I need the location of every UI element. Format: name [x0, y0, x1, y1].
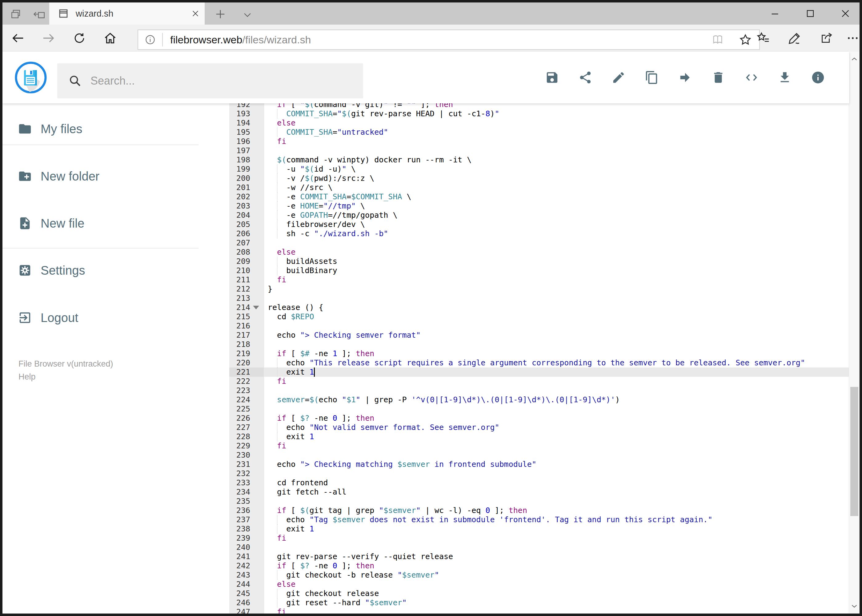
- edit-button[interactable]: [611, 71, 626, 85]
- scroll-down-icon[interactable]: [849, 600, 860, 612]
- code-line[interactable]: sh -c "./wizard.sh -b": [268, 229, 388, 238]
- code-line[interactable]: else: [268, 580, 295, 589]
- scroll-up-icon[interactable]: [849, 53, 860, 65]
- download-button[interactable]: [778, 71, 792, 85]
- code-line[interactable]: if [ "$(command -v git)" != "" ]; then: [268, 103, 453, 109]
- code-line[interactable]: buildBinary: [268, 266, 337, 275]
- code-line[interactable]: cd frontend: [268, 478, 328, 487]
- code-line[interactable]: else: [268, 248, 295, 257]
- sidebar-item-label: Settings: [41, 264, 85, 277]
- code-line[interactable]: semver=$(echo "$1" | grep -P '^v(0|[1-9]…: [268, 395, 620, 404]
- more-options-icon[interactable]: [840, 25, 862, 52]
- code-line[interactable]: fi: [268, 377, 286, 386]
- code-line[interactable]: exit 1: [268, 524, 314, 534]
- sidebar-item-settings[interactable]: Settings: [2, 256, 203, 284]
- code-line[interactable]: else: [268, 118, 295, 127]
- refresh-icon[interactable]: [64, 25, 95, 52]
- code-line[interactable]: release () {: [268, 303, 323, 312]
- code-line[interactable]: fi: [268, 534, 286, 543]
- code-line[interactable]: COMMIT_SHA="$(git rev-parse HEAD | cut -…: [268, 109, 500, 118]
- search-input[interactable]: [90, 74, 344, 88]
- code-line[interactable]: git reset --hard "$semver": [268, 598, 407, 607]
- minimize-button[interactable]: [758, 2, 792, 25]
- gutter-line-number: 232: [229, 469, 264, 478]
- sidebar-item-logout[interactable]: Logout: [2, 304, 203, 332]
- code-line[interactable]: $(command -v winpty) docker run --rm -it…: [268, 155, 471, 165]
- save-button[interactable]: [545, 71, 559, 85]
- code-line[interactable]: echo "Tag $semver does not exist in subm…: [268, 515, 712, 524]
- maximize-button[interactable]: [793, 2, 827, 25]
- code-line[interactable]: git checkout release: [268, 589, 379, 598]
- annotate-pen-icon[interactable]: [780, 25, 810, 52]
- new-tab-icon[interactable]: [212, 7, 229, 21]
- address-bar[interactable]: filebrowser.web/files/wizard.sh: [137, 30, 760, 50]
- gutter-line-number: 240: [229, 543, 264, 552]
- gutter-line-number: 213: [229, 294, 264, 303]
- sidebar-item-my-files[interactable]: My files: [2, 115, 203, 143]
- site-info-icon[interactable]: [138, 30, 162, 49]
- code-line[interactable]: cd $REPO: [268, 312, 314, 321]
- url-text[interactable]: filebrowser.web/files/wizard.sh: [170, 34, 704, 46]
- code-line[interactable]: git rev-parse --verify --quiet release: [268, 552, 453, 561]
- code-line[interactable]: COMMIT_SHA="untracked": [268, 127, 388, 137]
- code-line[interactable]: fi: [268, 137, 286, 146]
- code-line[interactable]: }: [268, 284, 273, 294]
- gutter-line-number: 236: [229, 506, 264, 515]
- home-icon[interactable]: [95, 25, 126, 52]
- sidebar-item-new-folder[interactable]: New folder: [2, 162, 203, 190]
- code-line[interactable]: filebrowser/dev \: [268, 220, 365, 229]
- page-scrollbar[interactable]: [849, 52, 860, 614]
- code-line[interactable]: exit 1: [268, 432, 314, 441]
- browser-tab[interactable]: wizard.sh: [49, 2, 205, 25]
- code-line[interactable]: fi: [268, 607, 286, 614]
- forward-icon[interactable]: [33, 25, 64, 52]
- share-page-icon[interactable]: [811, 25, 842, 52]
- set-tabs-aside-icon[interactable]: [31, 8, 48, 20]
- fold-widget-icon[interactable]: [253, 306, 259, 310]
- code-line[interactable]: fi: [268, 441, 286, 451]
- app-logo[interactable]: [14, 61, 47, 94]
- move-button[interactable]: [678, 71, 692, 85]
- code-editor[interactable]: 192 if [ "$(command -v git)" != "" ]; th…: [203, 103, 850, 614]
- sidebar-item-new-file[interactable]: New file: [2, 209, 203, 237]
- app-version-text: File Browser v(untracked): [19, 357, 113, 370]
- code-line[interactable]: -e HOME="//tmp" \: [268, 201, 365, 211]
- search-bar[interactable]: [57, 63, 363, 98]
- code-line[interactable]: if [ $(git tag | grep "$semver" | wc -l)…: [268, 506, 527, 515]
- code-line[interactable]: if [ $# -ne 1 ]; then: [268, 349, 374, 358]
- close-button[interactable]: [829, 2, 862, 25]
- code-line[interactable]: fi: [268, 275, 286, 284]
- gutter-line-number: 223: [229, 386, 264, 395]
- code-line[interactable]: -e COMMIT_SHA=$COMMIT_SHA \: [268, 192, 411, 201]
- delete-button[interactable]: [711, 71, 725, 85]
- share-button[interactable]: [578, 71, 593, 85]
- code-line[interactable]: -u "$(id -u)" \: [268, 165, 356, 174]
- code-line[interactable]: exit 1: [268, 368, 314, 377]
- back-icon[interactable]: [2, 25, 33, 52]
- code-line[interactable]: if [ $? -ne 0 ]; then: [268, 561, 374, 570]
- tab-close-icon[interactable]: [186, 4, 205, 23]
- reading-view-icon[interactable]: [704, 30, 731, 49]
- tab-preview-icon[interactable]: [8, 8, 24, 20]
- code-line[interactable]: -v /$(pwd):/src:z \: [268, 174, 374, 183]
- code-line[interactable]: echo "Not valid semver format. See semve…: [268, 423, 500, 432]
- code-line[interactable]: echo "This release script requires a sin…: [268, 358, 805, 368]
- code-line[interactable]: -w //src \: [268, 183, 333, 192]
- code-line[interactable]: git fetch --all: [268, 487, 347, 497]
- code-line[interactable]: echo "> Checking matching $semver in fro…: [268, 460, 536, 469]
- code-line[interactable]: if [ $? -ne 0 ]; then: [268, 414, 374, 423]
- code-line[interactable]: buildAssets: [268, 257, 337, 266]
- scrollbar-thumb[interactable]: [850, 387, 858, 516]
- gutter-line-number: 200: [229, 174, 264, 183]
- code-line[interactable]: -e GOPATH=//tmp/gopath \: [268, 211, 397, 220]
- gutter-line-number: 227: [229, 423, 264, 432]
- hub-favorites-icon[interactable]: [748, 25, 778, 52]
- tab-list-chevron-icon[interactable]: [239, 9, 256, 21]
- code-line[interactable]: git checkout -b release "$semver": [268, 570, 439, 580]
- code-line[interactable]: echo "> Checking semver format": [268, 331, 421, 340]
- help-link[interactable]: Help: [19, 370, 36, 383]
- copy-button[interactable]: [645, 71, 659, 85]
- sidebar-item-label: New file: [41, 217, 84, 230]
- code-view-button[interactable]: [744, 71, 759, 85]
- info-button[interactable]: [811, 71, 825, 85]
